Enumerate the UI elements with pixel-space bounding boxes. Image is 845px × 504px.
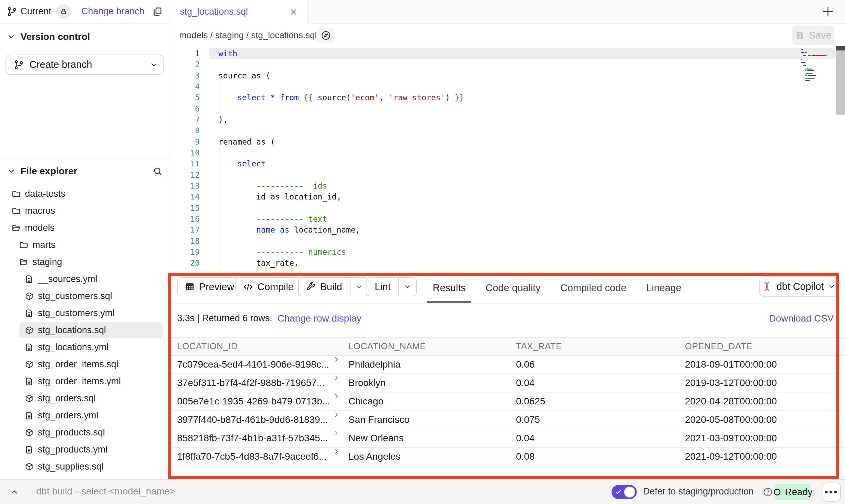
- folder-open-icon: [19, 257, 28, 267]
- tab-label: stg_locations.sql: [180, 6, 248, 17]
- table-row[interactable]: 005e7e1c-1935-4269-b479-0713b...Chicago0…: [171, 392, 845, 411]
- sidebar: Current Change branch Version control Cr…: [0, 0, 170, 479]
- table-row[interactable]: 3977f440-b87d-461b-9dd6-81839...San Fran…: [171, 411, 845, 429]
- table-row[interactable]: 1f8ffa70-7cb5-4d83-8a7f-9aceef6...Los An…: [171, 448, 845, 466]
- download-csv-link[interactable]: Download CSV: [769, 313, 834, 324]
- cell-location-id: 858218fb-73f7-4b1b-a31f-57b345...: [177, 429, 328, 447]
- chevron-right-icon[interactable]: [333, 392, 340, 400]
- chevron-right-icon[interactable]: [333, 411, 340, 418]
- cell-opened-date: 2018-09-01T00:00:00: [685, 356, 777, 373]
- table-row[interactable]: 37e5f311-b7f4-4f2f-988b-719657...Brookly…: [171, 374, 845, 392]
- tab-compiled-code[interactable]: Compiled code: [560, 273, 626, 303]
- change-branch-link[interactable]: Change branch: [81, 6, 144, 17]
- cell-location-id: 1f8ffa70-7cb5-4d83-8a7f-9aceef6...: [177, 448, 327, 465]
- file-item-stg-products-yml[interactable]: stg_products.yml: [0, 441, 170, 458]
- build-button[interactable]: Build: [298, 277, 368, 296]
- table-row[interactable]: 7c079cea-5ed4-4101-906e-9198c...Philadel…: [171, 356, 845, 374]
- tab-bar: stg_locations.sql: [171, 0, 845, 24]
- cell-location-id: 3977f440-b87d-461b-9dd6-81839...: [177, 411, 328, 429]
- create-branch-label: Create branch: [29, 59, 92, 70]
- column-header-location_name: LOCATION_NAME: [348, 338, 426, 355]
- file-explorer-header[interactable]: File explorer: [0, 159, 170, 183]
- git-branch-icon: [14, 60, 24, 70]
- chevron-right-icon[interactable]: [333, 429, 340, 437]
- preview-label: Preview: [199, 281, 234, 293]
- folder-icon: [19, 240, 28, 250]
- chevron-right-icon[interactable]: [333, 356, 340, 363]
- cell-opened-date: 2021-09-12T00:00:00: [685, 448, 777, 465]
- tab-results[interactable]: Results: [433, 273, 466, 303]
- file-item-marts[interactable]: marts: [0, 236, 170, 253]
- model-icon: [25, 394, 34, 403]
- cell-opened-date: 2021-03-09T00:00:00: [685, 429, 777, 447]
- file-item-data-tests[interactable]: data-tests: [0, 185, 170, 202]
- more-options-button[interactable]: •••: [822, 483, 841, 502]
- compass-icon[interactable]: [317, 28, 334, 43]
- branch-row: Current Change branch: [0, 0, 170, 24]
- code-editor[interactable]: 1234567891011121314151617181920 withsour…: [171, 46, 845, 273]
- file-icon: [25, 275, 34, 284]
- file-item-stg-orders-yml[interactable]: stg_orders.yml: [0, 407, 170, 424]
- create-branch-button[interactable]: Create branch: [5, 55, 164, 75]
- tab-lineage[interactable]: Lineage: [646, 273, 681, 303]
- file-item-label: staging: [32, 257, 62, 267]
- file-item-stg-supplies-sql[interactable]: stg_supplies.sql: [0, 458, 170, 475]
- file-item-stg-products-sql[interactable]: stg_products.sql: [0, 424, 170, 441]
- file-item-models[interactable]: models: [0, 219, 170, 236]
- help-icon[interactable]: [762, 487, 773, 498]
- defer-toggle[interactable]: [612, 485, 637, 499]
- file-item-stg-locations-sql[interactable]: stg_locations.sql: [0, 322, 170, 339]
- file-item-stg-order-items-yml[interactable]: stg_order_items.yml: [0, 373, 170, 390]
- branch-lock-badge: [56, 4, 71, 19]
- lint-dropdown[interactable]: [398, 278, 416, 296]
- file-item--sources-yml[interactable]: __sources.yml: [0, 270, 170, 287]
- model-icon: [25, 428, 34, 437]
- change-row-display-link[interactable]: Change row display: [277, 313, 361, 324]
- chevron-right-icon[interactable]: [333, 448, 340, 455]
- copy-icon[interactable]: [152, 6, 163, 17]
- compile-button[interactable]: Compile: [235, 277, 302, 296]
- command-input[interactable]: dbt build --select <model_name>: [36, 486, 175, 497]
- chevron-up-icon[interactable]: [10, 487, 19, 497]
- chevron-down-icon: [7, 32, 16, 41]
- search-icon[interactable]: [153, 166, 163, 176]
- save-button[interactable]: Save: [792, 26, 834, 45]
- version-control-header[interactable]: Version control: [0, 27, 97, 46]
- file-item-macros[interactable]: macros: [0, 202, 170, 219]
- tab-stg-locations-sql[interactable]: stg_locations.sql: [171, 0, 307, 24]
- file-item-staging[interactable]: staging: [0, 253, 170, 270]
- file-icon: [25, 377, 34, 386]
- file-item-stg-customers-sql[interactable]: stg_customers.sql: [0, 287, 170, 305]
- preview-button[interactable]: Preview: [177, 277, 242, 296]
- status-ring-icon: [773, 488, 782, 496]
- table-header: LOCATION_IDLOCATION_NAMETAX_RATEOPENED_D…: [171, 337, 845, 356]
- create-branch-dropdown[interactable]: [144, 55, 163, 74]
- new-tab-button[interactable]: [821, 5, 835, 18]
- scrollbar-top: [836, 46, 845, 50]
- current-branch-label: Current: [20, 6, 51, 17]
- file-item-stg-locations-yml[interactable]: stg_locations.yml: [0, 339, 170, 356]
- file-item-stg-orders-sql[interactable]: stg_orders.sql: [0, 390, 170, 407]
- folder-open-icon: [12, 223, 21, 233]
- close-icon[interactable]: [289, 8, 298, 16]
- dbt-copilot-label: dbt Copilot: [776, 281, 824, 292]
- dbt-copilot-button[interactable]: dbt Copilot: [759, 276, 837, 297]
- folder-icon: [12, 206, 21, 216]
- file-item-label: macros: [25, 206, 55, 216]
- column-header-location_id: LOCATION_ID: [177, 338, 238, 355]
- cell-location-id: 005e7e1c-1935-4269-b479-0713b...: [177, 392, 330, 410]
- cell-tax-rate: 0.08: [516, 448, 535, 465]
- file-item-stg-order-items-sql[interactable]: stg_order_items.sql: [0, 356, 170, 373]
- table-row[interactable]: 858218fb-73f7-4b1b-a31f-57b345...New Orl…: [171, 429, 845, 448]
- scrollbar-thumb[interactable]: [836, 50, 845, 115]
- cell-location-name: Los Angeles: [348, 448, 401, 465]
- file-item-stg-customers-yml[interactable]: stg_customers.yml: [0, 305, 170, 322]
- lint-button[interactable]: Lint: [367, 277, 417, 296]
- tab-code-quality[interactable]: Code quality: [486, 273, 541, 303]
- cell-location-name: Chicago: [348, 392, 384, 410]
- ready-status-badge[interactable]: Ready: [774, 484, 811, 500]
- chevron-right-icon[interactable]: [333, 374, 340, 382]
- build-dropdown[interactable]: [350, 278, 368, 296]
- file-explorer-title: File explorer: [20, 166, 77, 177]
- model-icon: [25, 360, 34, 369]
